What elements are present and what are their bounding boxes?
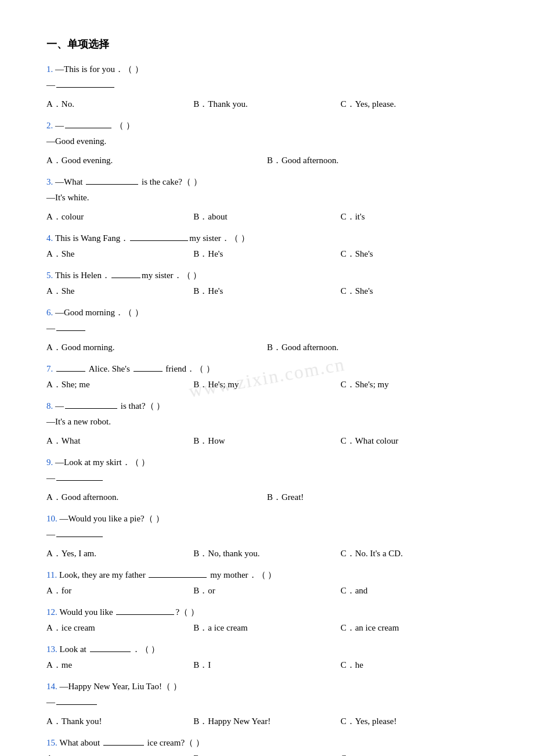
q10-options: A．Yes, I am. B．No, thank you. C．No. It's… xyxy=(46,546,488,561)
q2-option-a: A．Good evening. xyxy=(46,153,267,168)
q3-options: A．colour B．about C．it's xyxy=(46,209,488,225)
q7-option-a: A．She; me xyxy=(46,377,193,393)
q1-option-c: C．Yes, please. xyxy=(341,96,488,112)
q11-stem-post: my mother．（ ） xyxy=(210,567,276,583)
q13-options: A．me B．I C．he xyxy=(46,657,488,673)
q4-number: 4. xyxy=(46,231,53,246)
q8-stem-post: is that?（ ） xyxy=(121,398,165,414)
q15-number: 15. xyxy=(46,735,57,751)
q6-option-b: B．Good afternoon. xyxy=(267,340,488,355)
q6-number: 6. xyxy=(46,305,53,321)
q4-options: A．She B．He's C．She's xyxy=(46,246,488,262)
q7-number: 7. xyxy=(46,361,53,377)
q9-number: 9. xyxy=(46,455,53,470)
q12-option-a: A．ice cream xyxy=(46,620,193,636)
q3-response: —It's white. xyxy=(46,190,488,206)
q2-number: 2. xyxy=(46,118,53,134)
q3-number: 3. xyxy=(46,174,53,190)
q14-option-a: A．Thank you! xyxy=(46,714,193,729)
q9-stem: —Look at my skirt．（ ） xyxy=(55,455,150,470)
q8-number: 8. xyxy=(46,398,53,414)
q14-response: — xyxy=(46,694,488,710)
q4-option-a: A．She xyxy=(46,246,193,262)
q7-options: A．She; me B．He's; my C．She's; my xyxy=(46,377,488,393)
q4-option-c: C．She's xyxy=(341,246,488,262)
q4-stem-post: my sister．（ ） xyxy=(189,231,249,246)
question-8: 8. — is that?（ ） —It's a new robot. A．Wh… xyxy=(46,398,488,449)
q1-option-a: A．No. xyxy=(46,96,193,112)
q8-option-a: A．What xyxy=(46,433,193,449)
q13-option-a: A．me xyxy=(46,657,193,673)
question-6: 6. —Good morning．（ ） — A．Good morning. B… xyxy=(46,305,488,355)
section-container: 一、单项选择 1. —This is for you．（ ） — A．No. B… xyxy=(46,35,488,756)
q9-option-b: B．Great! xyxy=(267,489,488,505)
question-10: 10. —Would you like a pie?（ ） — A．Yes, I… xyxy=(46,511,488,561)
q12-number: 12. xyxy=(46,604,57,620)
q8-response: —It's a new robot. xyxy=(46,414,488,430)
question-5: 5. This is Helen．my sister．（ ） A．She B．H… xyxy=(46,268,488,299)
question-12: 12. Would you like ?（ ） A．ice cream B．a … xyxy=(46,604,488,636)
q3-stem-pre: —What xyxy=(55,174,82,190)
q12-stem-post: ?（ ） xyxy=(175,604,199,620)
q14-number: 14. xyxy=(46,679,57,694)
q1-option-b: B．Thank you. xyxy=(193,96,340,112)
q5-option-c: C．She's xyxy=(341,283,488,299)
q10-option-a: A．Yes, I am. xyxy=(46,546,193,561)
question-2: 2. — （ ） —Good evening. A．Good evening. … xyxy=(46,118,488,168)
q8-option-b: B．How xyxy=(193,433,340,449)
q10-response: — xyxy=(46,527,488,542)
q5-number: 5. xyxy=(46,268,53,283)
q5-option-b: B．He's xyxy=(193,283,340,299)
q3-option-a: A．colour xyxy=(46,209,193,225)
q13-stem-pre: Look at xyxy=(60,642,86,657)
q14-stem: —Happy New Year, Liu Tao!（ ） xyxy=(60,679,182,694)
q6-options: A．Good morning. B．Good afternoon. xyxy=(46,340,488,355)
q5-option-a: A．She xyxy=(46,283,193,299)
q6-stem: —Good morning．（ ） xyxy=(55,305,143,321)
q12-options: A．ice cream B．a ice cream C．an ice cream xyxy=(46,620,488,636)
q2-options: A．Good evening. B．Good afternoon. xyxy=(46,153,488,168)
q8-options: A．What B．How C．What colour xyxy=(46,433,488,449)
q10-option-c: C．No. It's a CD. xyxy=(341,546,488,561)
q1-options: A．No. B．Thank you. C．Yes, please. xyxy=(46,96,488,112)
q15-stem-pre: What about xyxy=(60,735,100,751)
question-15: 15. What about ice cream?（ ） A．a B．an C．… xyxy=(46,735,488,756)
q6-option-a: A．Good morning. xyxy=(46,340,267,355)
q12-option-c: C．an ice cream xyxy=(341,620,488,636)
q5-stem-pre: This is Helen． xyxy=(55,268,110,283)
q3-option-b: B．about xyxy=(193,209,340,225)
q7-stem-post: friend．（ ） xyxy=(165,361,215,377)
q14-options: A．Thank you! B．Happy New Year! C．Yes, pl… xyxy=(46,714,488,729)
q11-number: 11. xyxy=(46,567,57,583)
q11-stem-pre: Look, they are my father xyxy=(59,567,146,583)
q15-stem-post: ice cream?（ ） xyxy=(147,735,204,751)
question-14: 14. —Happy New Year, Liu Tao!（ ） — A．Tha… xyxy=(46,679,488,729)
q7-option-b: B．He's; my xyxy=(193,377,340,393)
q2-bracket: （ ） xyxy=(115,118,135,134)
question-3: 3. —What is the cake?（ ） —It's white. A．… xyxy=(46,174,488,225)
question-13: 13. Look at ．（ ） A．me B．I C．he xyxy=(46,642,488,673)
question-1: 1. —This is for you．（ ） — A．No. B．Thank … xyxy=(46,62,488,112)
section-title: 一、单项选择 xyxy=(46,35,488,53)
q2-dash: — xyxy=(55,118,64,134)
q12-stem-pre: Would you like xyxy=(60,604,113,620)
q8-dash: — xyxy=(55,398,64,414)
q7-stem-mid: Alice. She's xyxy=(89,361,130,377)
q11-option-a: A．for xyxy=(46,583,193,599)
q11-options: A．for B．or C．and xyxy=(46,583,488,599)
q14-option-c: C．Yes, please! xyxy=(341,714,488,729)
q6-response: — xyxy=(46,321,488,336)
q4-stem-pre: This is Wang Fang． xyxy=(55,231,129,246)
q13-option-c: C．he xyxy=(341,657,488,673)
q9-response: — xyxy=(46,470,488,486)
q11-option-c: C．and xyxy=(341,583,488,599)
q9-option-a: A．Good afternoon. xyxy=(46,489,267,505)
q7-option-c: C．She's; my xyxy=(341,377,488,393)
q8-option-c: C．What colour xyxy=(341,433,488,449)
q12-option-b: B．a ice cream xyxy=(193,620,340,636)
q13-stem-post: ．（ ） xyxy=(132,642,160,657)
q13-option-b: B．I xyxy=(193,657,340,673)
q5-stem-post: my sister．（ ） xyxy=(142,268,201,283)
q1-response: — xyxy=(46,77,488,93)
q3-stem-post: is the cake?（ ） xyxy=(142,174,202,190)
